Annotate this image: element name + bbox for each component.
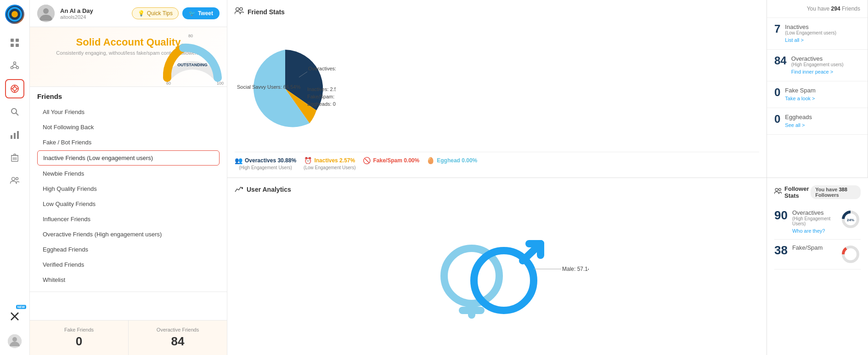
friends-count-header: You have 294 Friends — [767, 0, 868, 18]
twitter-icon: 🐦 — [189, 10, 196, 17]
nav-verified[interactable]: Verified Friends — [37, 258, 220, 272]
user-avatar[interactable] — [8, 334, 22, 348]
nav-influencer[interactable]: Influencer Friends — [37, 212, 220, 226]
follower-icon — [774, 188, 782, 196]
header-actions: 💡 Quick Tips 🐦 Tweet — [132, 7, 220, 19]
friends-section-title: Friends — [37, 92, 220, 100]
app-logo — [5, 5, 24, 24]
hero-title-solid: Solid — [76, 36, 101, 48]
sidebar-icon-x[interactable]: NEW — [5, 307, 24, 326]
sidebar-icon-grid[interactable] — [5, 33, 24, 52]
svg-point-19 — [11, 109, 17, 114]
inactives-number: 7 — [774, 23, 780, 34]
sidebar-icon-search[interactable] — [5, 102, 24, 121]
top-row: Friend Stats — [227, 0, 868, 178]
overactives-stat: 👥 Overactives 30.88% (High Engagement Us… — [235, 157, 296, 170]
sidebar-icon-users[interactable] — [5, 171, 24, 190]
svg-rect-22 — [14, 133, 16, 139]
hero-section: Solid Account Quality Consistently engag… — [30, 27, 227, 87]
friends-nav: Friends All Your Friends Not Following B… — [30, 87, 227, 292]
overactives-sub: (High Engagement users) — [791, 62, 860, 67]
nav-all-friends[interactable]: All Your Friends — [37, 105, 220, 119]
new-badge: NEW — [16, 305, 26, 309]
svg-point-37 — [43, 8, 49, 14]
tweet-button[interactable]: 🐦 Tweet — [182, 7, 220, 19]
svg-text:60: 60 — [166, 81, 171, 86]
fake-spam-number: 0 — [774, 87, 780, 98]
pie-chart: Social Savvy Users: 66.54% Overactives: … — [235, 40, 336, 132]
inactives-link[interactable]: List all > — [785, 37, 804, 43]
main-area: An AI a Day aitools2024 💡 Quick Tips 🐦 T… — [30, 0, 868, 355]
header-user-info: An AI a Day aitools2024 — [60, 7, 126, 20]
svg-point-42 — [236, 8, 239, 11]
sidebar-icon-nodes[interactable] — [5, 56, 24, 75]
svg-point-32 — [12, 178, 15, 181]
follower-stats-panel: Follower Stats You have 388 Followers 90… — [767, 178, 868, 355]
svg-rect-21 — [11, 135, 12, 139]
pie-bottom-stats: 👥 Overactives 30.88% (High Engagement Us… — [235, 152, 759, 170]
score-gauge: 60 80 100 OUTSTANDING — [153, 27, 227, 86]
user-analytics-header: User Analytics — [235, 185, 759, 194]
eggheads-info: Eggheads See all > — [785, 114, 860, 129]
friend-stats-title: Friend Stats — [248, 8, 285, 16]
svg-point-7 — [14, 62, 16, 64]
nav-egghead[interactable]: Egghead Friends — [37, 242, 220, 257]
nav-fake-bot[interactable]: Fake / Bot Friends — [37, 135, 220, 149]
analytics-icon — [235, 185, 243, 194]
follower-stats-header: Follower Stats You have 388 Followers — [774, 185, 861, 199]
find-inner-peace-link[interactable]: Find inner peace > — [791, 69, 833, 74]
nav-overactive[interactable]: Overactive Friends (High engagement user… — [37, 227, 220, 241]
follower-overactives-number: 90 — [774, 209, 788, 221]
friends-count: 294 — [831, 6, 840, 12]
svg-line-10 — [12, 64, 15, 67]
friend-stats-header: Friend Stats — [235, 7, 759, 16]
svg-text:Inactives: 2.57%: Inactives: 2.57% — [307, 86, 336, 92]
header-avatar — [37, 5, 55, 22]
inactives-info: Inactives (Low Engagement users) List al… — [785, 23, 860, 44]
quick-tips-button[interactable]: 💡 Quick Tips — [132, 7, 179, 19]
eggheads-number: 0 — [774, 114, 780, 125]
inactives-row: 7 Inactives (Low Engagement users) List … — [767, 18, 868, 50]
svg-text:80: 80 — [188, 34, 193, 38]
left-panel: An AI a Day aitools2024 💡 Quick Tips 🐦 T… — [30, 0, 227, 355]
inactives-title: Inactives — [785, 23, 860, 30]
header-bar: An AI a Day aitools2024 💡 Quick Tips 🐦 T… — [30, 0, 227, 27]
svg-point-33 — [16, 178, 18, 180]
follower-fake-spam-number: 38 — [774, 244, 788, 256]
gender-chart-area: Male: 57.14% — [235, 200, 759, 348]
follower-overactives-info: Overactives (High Engagement Users) Who … — [792, 209, 836, 235]
sidebar-icon-target[interactable] — [5, 79, 24, 98]
sidebar-icon-chart[interactable] — [5, 125, 24, 144]
header-username: An AI a Day — [60, 7, 126, 14]
egghead-stat: 🥚 Egghead 0.00% — [427, 157, 477, 170]
nav-inactive-friends[interactable]: Inactive Friends (Low engagement users) — [37, 150, 220, 166]
svg-point-61 — [775, 189, 778, 191]
nav-low-quality[interactable]: Low Quality Friends — [37, 197, 220, 211]
nav-not-following-back[interactable]: Not Following Back — [37, 120, 220, 134]
bottom-row: User Analytics — [227, 178, 868, 355]
svg-point-2 — [11, 11, 18, 17]
who-are-they-link[interactable]: Who are they? — [792, 228, 825, 234]
svg-rect-23 — [17, 131, 19, 139]
nav-high-quality[interactable]: High Quality Friends — [37, 182, 220, 196]
followers-count-badge: You have 388 Followers — [811, 185, 861, 199]
sidebar-icon-trash[interactable] — [5, 148, 24, 167]
svg-text:Male: 57.14%: Male: 57.14% — [562, 266, 589, 272]
fake-friends-label: Fake Friends — [36, 327, 122, 332]
follower-fake-spam-row: 38 Fake/Spam — [774, 240, 861, 269]
see-all-link[interactable]: See all > — [785, 122, 805, 128]
eggheads-title: Eggheads — [785, 114, 860, 120]
friend-stats-icon — [235, 7, 244, 16]
fake-spam-title: Fake Spam — [785, 87, 860, 94]
overactive-friends-stat: Overactive Friends 84 — [129, 321, 227, 355]
fake-friends-value: 0 — [36, 334, 122, 349]
svg-rect-3 — [11, 39, 14, 42]
nav-newbie-friends[interactable]: Newbie Friends — [37, 166, 220, 181]
nav-whitelist[interactable]: Whitelist — [37, 273, 220, 287]
right-panel: Friend Stats — [227, 0, 868, 355]
sidebar: NEW — [0, 0, 30, 355]
bulb-icon: 💡 — [138, 10, 145, 17]
overactives-donut: 24% — [840, 209, 861, 229]
take-a-look-link[interactable]: Take a look > — [785, 96, 815, 101]
inactives-sub: (Low Engagement users) — [785, 30, 860, 35]
